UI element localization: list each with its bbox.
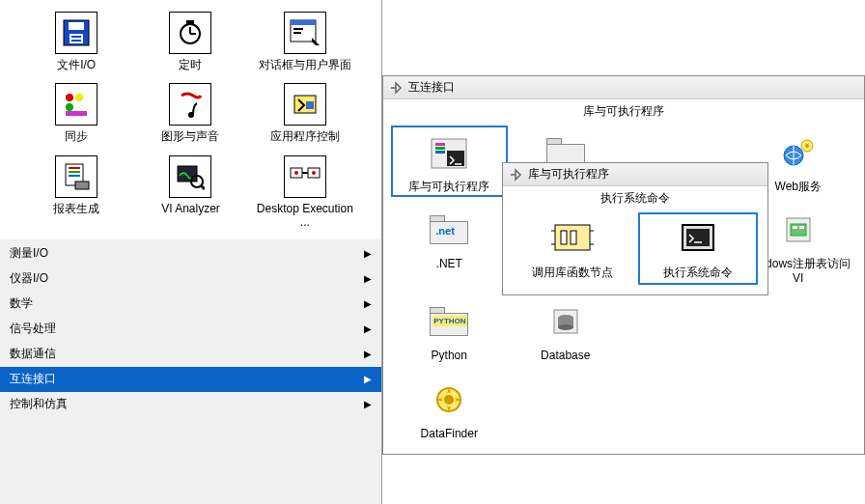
chevron-right-icon: ▶ [364,399,372,409]
svg-rect-1 [69,22,84,30]
lib-exec-subpalette: 库与可执行程序 执行系统命令 调用库函数节点 执行系统命令 [502,162,768,295]
functions-palette-panel: 文件I/O 定时 对话框与用户界面 同步 图形与声音 应用程序控制 报表生成 [0,0,382,504]
palette-item-label: 报表生成 [53,202,99,215]
subpalette-item-label: 库与可执行程序 [408,180,489,193]
svg-rect-36 [435,151,445,154]
menu-label: 数据通信 [10,346,56,362]
svg-point-13 [66,94,73,101]
dialog-icon [289,18,321,47]
menu-data-communication[interactable]: 数据通信▶ [0,342,381,367]
svg-rect-53 [561,231,567,244]
menu-label: 数学 [10,295,33,312]
python-icon: PYTHON [430,307,468,336]
menu-connectivity[interactable]: 互连接口▶ [0,367,381,392]
svg-rect-2 [70,34,83,43]
call-lib-icon [551,219,594,258]
svg-rect-44 [793,226,797,229]
subpalette-item-label: Web服务 [775,180,822,193]
menu-label: 信号处理 [10,321,56,337]
subpalette-grid: 调用库函数节点 执行系统命令 [503,209,767,294]
sync-icon [62,90,91,119]
palette-item-label: 文件I/O [57,58,96,71]
subpalette-header: 互连接口 [383,76,864,99]
palette-icon-grid: 文件I/O 定时 对话框与用户界面 同步 图形与声音 应用程序控制 报表生成 [0,0,381,239]
chevron-right-icon: ▶ [364,248,372,259]
desktop-exec-icon [289,162,321,191]
graphics-sound-icon [176,90,205,119]
subpalette-item-datafinder[interactable]: DataFinder [391,373,508,444]
palette-item-sync[interactable]: 同步 [19,79,133,147]
chevron-right-icon: ▶ [364,298,372,309]
subpalette-item-lib-exec[interactable]: 库与可执行程序 [391,126,508,197]
palette-item-vi-analyzer[interactable]: VI Analyzer [133,152,247,234]
svg-rect-6 [186,20,194,24]
system-cmd-icon [677,219,719,258]
svg-rect-54 [571,231,576,244]
svg-point-14 [75,94,83,101]
menu-signal-processing[interactable]: 信号处理▶ [0,317,381,342]
svg-point-32 [312,171,316,175]
svg-rect-45 [799,226,804,229]
subpalette-item-call-library[interactable]: 调用库函数节点 [513,212,632,285]
subpalette-item-label: Database [541,349,590,362]
svg-point-31 [294,171,298,175]
svg-point-15 [66,103,73,111]
floppy-icon [62,18,91,47]
svg-rect-19 [306,101,314,109]
palette-item-report[interactable]: 报表生成 [19,152,133,234]
palette-item-timing[interactable]: 定时 [133,8,247,75]
palette-item-label: Desktop Execution ... [252,202,358,230]
menu-label: 测量I/O [10,245,48,262]
subpalette-item-dotnet[interactable]: .net .NET [391,203,508,274]
chevron-right-icon: ▶ [364,374,372,384]
menu-control-simulation[interactable]: 控制和仿真▶ [0,392,381,417]
svg-rect-16 [66,111,87,116]
menu-instrument-io[interactable]: 仪器I/O▶ [0,266,381,292]
menu-label: 控制和仿真 [10,396,68,412]
menu-label: 互连接口 [10,371,56,387]
subpalette-header: 库与可执行程序 [503,163,767,186]
svg-rect-43 [791,224,806,236]
subpalette-item-label: 执行系统命令 [663,265,733,281]
subpalette-title: 库与可执行程序 [528,166,609,182]
palette-item-graphics-sound[interactable]: 图形与声音 [133,79,247,147]
palette-item-file-io[interactable]: 文件I/O [19,8,133,75]
menu-label: 仪器I/O [10,270,48,287]
svg-line-27 [201,185,205,189]
subpalette-item-label: Python [432,349,467,362]
subpalette-item-label: DataFinder [421,427,478,440]
svg-rect-10 [291,20,316,25]
palette-item-label: 图形与声音 [161,129,219,143]
svg-point-51 [444,395,454,405]
chevron-right-icon: ▶ [364,323,372,334]
palette-item-label: 应用程序控制 [270,129,340,143]
palette-item-label: VI Analyzer [161,202,220,215]
palette-item-label: 对话框与用户界面 [259,58,351,71]
palette-item-app-control[interactable]: 应用程序控制 [248,79,362,147]
registry-icon [781,212,816,247]
report-icon [62,162,91,191]
subpalette-item-database[interactable]: Database [508,294,625,366]
subpalette-item-python[interactable]: PYTHON Python [391,294,508,366]
svg-point-17 [188,112,194,118]
menu-math[interactable]: 数学▶ [0,292,381,317]
palette-item-dialog-ui[interactable]: 对话框与用户界面 [248,8,362,75]
pin-icon[interactable] [509,168,522,182]
category-menu: 测量I/O▶ 仪器I/O▶ 数学▶ 信号处理▶ 数据通信▶ 互连接口▶ 控制和仿… [0,241,381,417]
subpalette-section-title: 库与可执行程序 [383,99,864,122]
database-icon [548,304,583,339]
pin-icon[interactable] [389,81,403,95]
vi-analyzer-icon [176,162,205,191]
subpalette-item-label: 调用库函数节点 [532,265,613,281]
palette-item-desktop-exec[interactable]: Desktop Execution ... [248,152,362,234]
svg-rect-12 [293,32,301,34]
menu-measurement-io[interactable]: 测量I/O▶ [0,241,381,266]
subpalette-item-system-exec[interactable]: 执行系统命令 [638,212,758,285]
chevron-right-icon: ▶ [364,349,372,359]
subpalette-title: 互连接口 [408,79,455,96]
palette-item-label: 定时 [179,58,202,71]
subpalette-item-label: .NET [436,257,462,270]
svg-point-49 [558,324,573,330]
palette-item-label: 同步 [65,129,88,143]
datafinder-icon [432,382,466,417]
